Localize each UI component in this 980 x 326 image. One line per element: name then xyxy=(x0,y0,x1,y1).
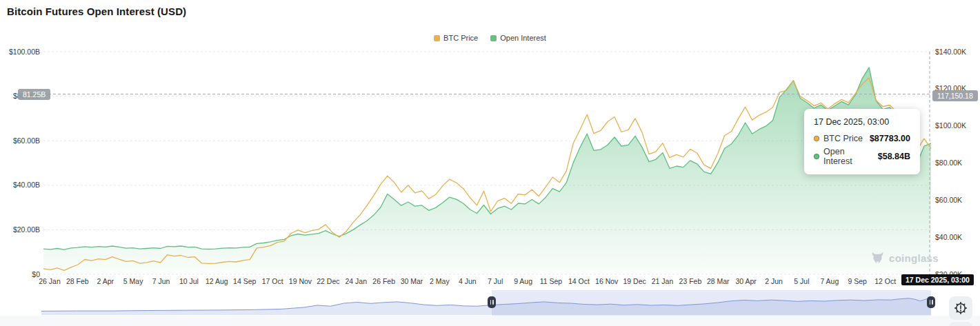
tooltip-row-btc-price: BTC Price $87783.00 xyxy=(814,134,910,143)
tooltip: 17 Dec 2025, 03:00 BTC Price $87783.00 O… xyxy=(804,109,920,174)
tooltip-value: $87783.00 xyxy=(870,134,910,143)
chart-settings-button[interactable] xyxy=(949,296,972,320)
coinglass-bull-icon xyxy=(870,252,885,265)
watermark: coinglass xyxy=(870,252,939,265)
open-interest-dot-icon xyxy=(814,154,819,159)
crosshair-date-badge: 17 Dec 2025, 03:00 xyxy=(901,274,974,285)
crosshair-right-axis-badge: 117,150.18 xyxy=(932,90,978,101)
crosshair-left-axis-badge: 81.25B xyxy=(18,89,50,100)
tooltip-row-open-interest: Open Interest $58.84B xyxy=(814,147,910,166)
tooltip-date: 17 Dec 2025, 03:00 xyxy=(814,117,910,127)
tooltip-label: Open Interest xyxy=(823,147,874,166)
plot-area[interactable] xyxy=(43,52,931,274)
chart-panel: Bitcoin Futures Open Interest (USD) BTC … xyxy=(0,0,980,326)
gear-alert-icon xyxy=(954,301,968,315)
btc-price-dot-icon xyxy=(814,136,819,141)
navigator-left-handle[interactable] xyxy=(488,296,496,308)
tooltip-label: BTC Price xyxy=(823,134,863,143)
navigator-series[interactable] xyxy=(41,290,931,316)
tooltip-value: $58.84B xyxy=(878,152,910,161)
hidden-toolbar-button[interactable] xyxy=(949,322,972,326)
navigator-right-handle[interactable] xyxy=(927,296,935,308)
watermark-text: coinglass xyxy=(889,252,939,264)
bottom-strip xyxy=(0,316,980,326)
